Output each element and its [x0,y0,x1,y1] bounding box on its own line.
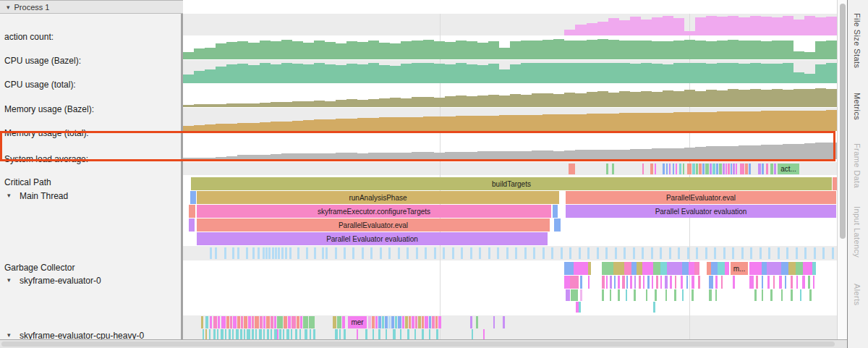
skyframe-evaluator-0-slice[interactable] [613,262,624,275]
skyframe-evaluator-0-slice[interactable] [610,276,612,289]
skyframe-evaluator-0-slice[interactable] [667,262,682,275]
main-thread-slice[interactable] [189,205,195,218]
critical-path-slice[interactable] [749,164,751,174]
skyframe-evaluator-cpu-heavy-0-slice[interactable] [279,329,281,339]
skyframe-evaluator-cpu-heavy-0-slice[interactable] [303,316,308,328]
garbage-collector-slice[interactable] [434,247,436,259]
garbage-collector-slice[interactable] [723,247,726,259]
critical-path-slice[interactable] [723,164,725,174]
skyframe-evaluator-cpu-heavy-0-slice[interactable] [435,316,438,328]
skyframe-evaluator-0-slice[interactable] [580,276,582,289]
skyframe-evaluator-0-slice[interactable] [803,262,812,275]
skyframe-evaluator-0-slice[interactable] [718,262,725,275]
garbage-collector-slice[interactable] [380,247,382,259]
tab-frame-data[interactable]: Frame Data [853,143,861,188]
skyframe-evaluator-cpu-heavy-0-slice[interactable] [365,329,367,339]
skyframe-evaluator-cpu-heavy-0-slice[interactable] [405,316,408,328]
main-thread-slice[interactable]: ParallelEvaluator.eval [197,218,550,232]
garbage-collector-slice[interactable] [814,247,816,259]
skyframe-evaluator-cpu-heavy-0-slice[interactable] [236,329,239,339]
track-expander-icon[interactable]: ▾ [7,331,11,339]
skyframe-evaluator-0-slice[interactable] [624,262,631,275]
memory-usage-total-chart[interactable] [183,109,837,131]
skyframe-evaluator-0-slice[interactable] [571,289,578,301]
critical-path-slice[interactable] [770,164,773,174]
garbage-collector-slice[interactable] [488,247,490,259]
skyframe-evaluator-0-slice[interactable] [781,262,788,275]
garbage-collector-slice[interactable] [452,247,454,259]
skyframe-evaluator-0-slice[interactable] [660,276,662,289]
main-thread-slice[interactable] [553,205,558,218]
skyframe-evaluator-cpu-heavy-0-slice[interactable] [221,329,224,339]
garbage-collector-slice[interactable] [542,247,545,259]
garbage-collector-slice[interactable] [660,247,662,259]
critical-path-slice[interactable] [726,164,727,174]
skyframe-evaluator-cpu-heavy-0-slice[interactable] [260,316,263,328]
garbage-collector-slice[interactable] [796,247,798,259]
garbage-collector-slice[interactable] [587,247,590,259]
skyframe-evaluator-cpu-heavy-0-slice[interactable] [407,329,409,339]
tab-alerts[interactable]: Alerts [853,284,861,306]
critical-path-slice[interactable] [687,164,692,174]
garbage-collector-slice[interactable] [352,247,354,259]
skyframe-evaluator-0-slice[interactable] [773,276,775,289]
skyframe-evaluator-0-slice[interactable] [564,276,570,289]
track-expander-icon[interactable]: ▾ [7,192,11,199]
skyframe-evaluator-cpu-heavy-0-slice[interactable] [357,329,358,339]
skyframe-evaluator-cpu-heavy-0-slice[interactable] [203,329,204,339]
skyframe-evaluator-cpu-heavy-0-slice[interactable] [230,316,232,328]
skyframe-evaluator-cpu-heavy-0-slice[interactable]: mer [348,316,367,328]
skyframe-evaluator-0-slice[interactable] [602,262,613,275]
skyframe-evaluator-0-slice[interactable] [588,276,590,289]
skyframe-evaluator-cpu-heavy-0-slice[interactable] [205,329,207,339]
skyframe-evaluator-cpu-heavy-0-slice[interactable] [255,316,259,328]
garbage-collector-slice[interactable] [285,247,287,259]
garbage-collector-slice[interactable] [605,247,608,259]
critical-path-slice[interactable] [569,164,575,174]
garbage-collector-slice[interactable] [741,247,744,259]
garbage-collector-slice[interactable] [687,247,689,259]
garbage-collector-slice[interactable] [804,247,807,259]
skyframe-evaluator-cpu-heavy-0-slice[interactable] [229,329,231,339]
action-count-chart[interactable] [183,15,837,35]
critical-path-slice[interactable] [612,164,614,174]
garbage-collector-slice[interactable] [678,247,680,259]
critical-path-slice[interactable] [731,164,732,174]
skyframe-evaluator-0-slice[interactable] [756,276,758,289]
garbage-collector-slice[interactable] [778,247,780,259]
garbage-collector-slice[interactable] [696,247,698,259]
skyframe-evaluator-0-slice[interactable] [602,276,605,289]
skyframe-evaluator-0-slice[interactable] [767,276,770,289]
garbage-collector-slice[interactable] [633,247,635,259]
skyframe-evaluator-cpu-heavy-0-slice[interactable] [398,316,401,328]
skyframe-evaluator-cpu-heavy-0-slice[interactable] [263,329,265,339]
skyframe-evaluator-cpu-heavy-0-slice[interactable] [395,316,397,328]
garbage-collector-slice[interactable] [524,247,527,259]
garbage-collector-slice[interactable] [533,247,535,259]
critical-path-slice[interactable] [766,164,768,174]
skyframe-evaluator-cpu-heavy-0-slice[interactable] [241,316,243,328]
skyframe-evaluator-cpu-heavy-0-slice[interactable] [295,329,297,339]
skyframe-evaluator-cpu-heavy-0-slice[interactable] [412,316,414,328]
critical-path-slice[interactable] [733,164,735,174]
skyframe-evaluator-cpu-heavy-0-slice[interactable] [259,329,262,339]
garbage-collector-slice[interactable] [370,247,373,259]
skyframe-evaluator-cpu-heavy-0-slice[interactable] [333,316,336,328]
skyframe-evaluator-cpu-heavy-0-slice[interactable] [252,329,254,339]
garbage-collector-slice[interactable] [388,247,391,259]
skyframe-evaluator-cpu-heavy-0-slice[interactable] [284,316,287,328]
critical-path-slice[interactable] [774,164,776,174]
skyframe-evaluator-0-slice[interactable] [660,262,667,275]
skyframe-evaluator-0-slice[interactable] [653,262,660,275]
garbage-collector-slice[interactable] [461,247,463,259]
garbage-collector-slice[interactable] [760,247,762,259]
skyframe-evaluator-cpu-heavy-0-slice[interactable] [310,329,311,339]
skyframe-evaluator-0-slice[interactable] [622,276,625,289]
critical-path-slice[interactable] [679,164,681,174]
skyframe-evaluator-0-slice[interactable] [670,276,672,289]
skyframe-evaluator-0-slice[interactable] [779,276,782,289]
main-thread-slice[interactable]: Parallel Evaluator evaluation [197,232,548,245]
skyframe-evaluator-0-slice[interactable] [652,276,653,289]
skyframe-evaluator-cpu-heavy-0-slice[interactable] [432,316,435,328]
garbage-collector-slice[interactable] [306,247,308,259]
